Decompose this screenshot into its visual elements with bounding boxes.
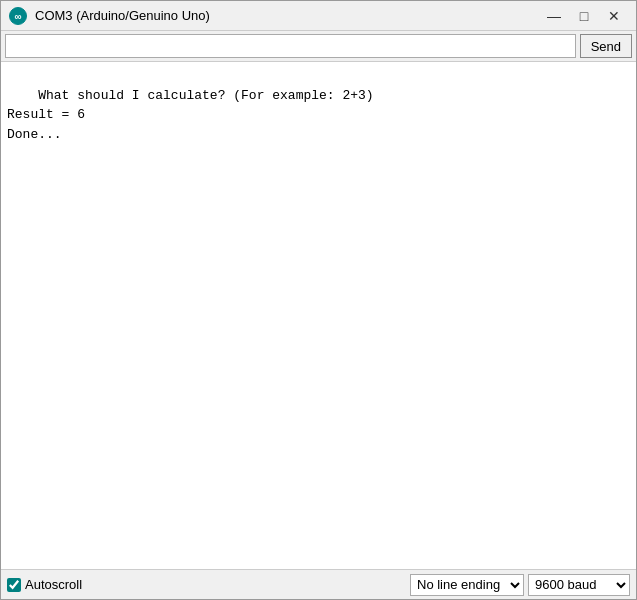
autoscroll-checkbox[interactable] [7, 578, 21, 592]
status-right: No line ending Newline Carriage return B… [410, 574, 630, 596]
svg-text:∞: ∞ [14, 11, 21, 22]
serial-output-area: What should I calculate? (For example: 2… [1, 62, 636, 569]
maximize-button[interactable]: □ [570, 5, 598, 27]
close-button[interactable]: ✕ [600, 5, 628, 27]
minimize-button[interactable]: — [540, 5, 568, 27]
main-window: ∞ COM3 (Arduino/Genuino Uno) — □ ✕ Send … [0, 0, 637, 600]
window-title: COM3 (Arduino/Genuino Uno) [35, 8, 540, 23]
baud-rate-dropdown[interactable]: 300 baud 1200 baud 2400 baud 4800 baud 9… [528, 574, 630, 596]
title-bar: ∞ COM3 (Arduino/Genuino Uno) — □ ✕ [1, 1, 636, 31]
window-controls: — □ ✕ [540, 5, 628, 27]
serial-input[interactable] [5, 34, 576, 58]
status-bar: Autoscroll No line ending Newline Carria… [1, 569, 636, 599]
send-button[interactable]: Send [580, 34, 632, 58]
autoscroll-label: Autoscroll [25, 577, 82, 592]
toolbar: Send [1, 31, 636, 62]
line-ending-dropdown[interactable]: No line ending Newline Carriage return B… [410, 574, 524, 596]
autoscroll-area: Autoscroll [7, 577, 406, 592]
arduino-logo: ∞ [9, 7, 27, 25]
serial-output-text: What should I calculate? (For example: 2… [7, 88, 374, 142]
